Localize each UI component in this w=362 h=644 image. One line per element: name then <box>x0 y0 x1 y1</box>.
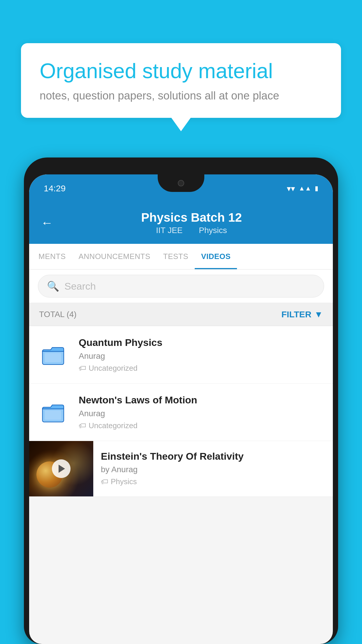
total-count: TOTAL (4) <box>39 310 77 319</box>
search-bar[interactable]: 🔍 Search <box>38 275 324 298</box>
phone-screen: 14:29 ▾▾ ▲▲ ▮ ← Physics Batch 12 IIT JEE… <box>29 174 333 644</box>
video-tag-3: 🏷 Physics <box>101 477 325 486</box>
play-button[interactable] <box>52 459 71 478</box>
filter-icon: ▼ <box>314 309 323 319</box>
video-list: Quantum Physics Anurag 🏷 Uncategorized <box>29 326 333 497</box>
battery-icon: ▮ <box>315 185 318 192</box>
video-author-2: Anurag <box>79 409 324 418</box>
header-title-area: Physics Batch 12 IIT JEE Physics <box>62 211 321 235</box>
tab-ments[interactable]: MENTS <box>32 244 72 269</box>
search-container: 🔍 Search <box>29 270 333 303</box>
notch-cutout <box>158 174 204 192</box>
status-time: 14:29 <box>44 183 66 193</box>
video-thumbnail-2 <box>38 396 70 428</box>
speech-bubble: Organised study material notes, question… <box>21 43 341 118</box>
search-placeholder: Search <box>64 281 96 292</box>
video-tag-2: 🏷 Uncategorized <box>79 421 324 430</box>
video-thumbnail-3 <box>29 441 93 496</box>
tag-icon-3: 🏷 <box>101 477 108 486</box>
tab-videos[interactable]: VIDEOS <box>195 244 237 269</box>
svg-rect-1 <box>45 353 61 362</box>
speech-bubble-subtitle: notes, question papers, solutions all at… <box>40 90 322 102</box>
list-item[interactable]: Quantum Physics Anurag 🏷 Uncategorized <box>29 326 333 384</box>
video-info-3: Einstein's Theory Of Relativity by Anura… <box>93 441 333 496</box>
status-bar: 14:29 ▾▾ ▲▲ ▮ <box>29 174 333 202</box>
list-item[interactable]: Einstein's Theory Of Relativity by Anura… <box>29 441 333 497</box>
filter-label: FILTER <box>282 309 312 319</box>
app-header: ← Physics Batch 12 IIT JEE Physics <box>29 202 333 244</box>
search-icon: 🔍 <box>47 280 59 292</box>
filter-button[interactable]: FILTER ▼ <box>282 309 323 319</box>
camera-dot <box>178 180 184 186</box>
folder-icon <box>41 342 67 368</box>
tab-announcements[interactable]: ANNOUNCEMENTS <box>72 244 157 269</box>
tab-tests[interactable]: TESTS <box>157 244 195 269</box>
video-title-3: Einstein's Theory Of Relativity <box>101 450 325 462</box>
header-subtitle-iit: IIT JEE <box>156 226 182 235</box>
speech-bubble-title: Organised study material <box>40 59 322 83</box>
tag-icon-2: 🏷 <box>79 421 86 430</box>
video-author-3: by Anurag <box>101 465 325 474</box>
tag-icon-1: 🏷 <box>79 364 86 373</box>
video-thumbnail-1 <box>38 339 70 371</box>
video-tag-1: 🏷 Uncategorized <box>79 364 324 373</box>
video-info-1: Quantum Physics Anurag 🏷 Uncategorized <box>79 337 324 373</box>
speech-bubble-container: Organised study material notes, question… <box>21 43 341 118</box>
tabs-bar: MENTS ANNOUNCEMENTS TESTS VIDEOS <box>29 244 333 270</box>
video-title-2: Newton's Laws of Motion <box>79 394 324 406</box>
video-author-1: Anurag <box>79 351 324 361</box>
header-sub-title: IIT JEE Physics <box>62 226 321 235</box>
video-title-1: Quantum Physics <box>79 337 324 349</box>
folder-icon-2 <box>41 399 67 425</box>
video-info-2: Newton's Laws of Motion Anurag 🏷 Uncateg… <box>79 394 324 430</box>
header-main-title: Physics Batch 12 <box>62 211 321 225</box>
phone-frame: 14:29 ▾▾ ▲▲ ▮ ← Physics Batch 12 IIT JEE… <box>24 158 338 644</box>
svg-rect-3 <box>45 410 61 420</box>
list-item[interactable]: Newton's Laws of Motion Anurag 🏷 Uncateg… <box>29 384 333 441</box>
wifi-icon: ▾▾ <box>287 184 295 193</box>
filter-bar: TOTAL (4) FILTER ▼ <box>29 303 333 326</box>
back-button[interactable]: ← <box>41 216 53 230</box>
status-icons: ▾▾ ▲▲ ▮ <box>287 184 318 193</box>
signal-icon: ▲▲ <box>298 185 311 192</box>
header-subtitle-physics: Physics <box>199 226 227 235</box>
play-triangle-icon <box>59 465 65 473</box>
